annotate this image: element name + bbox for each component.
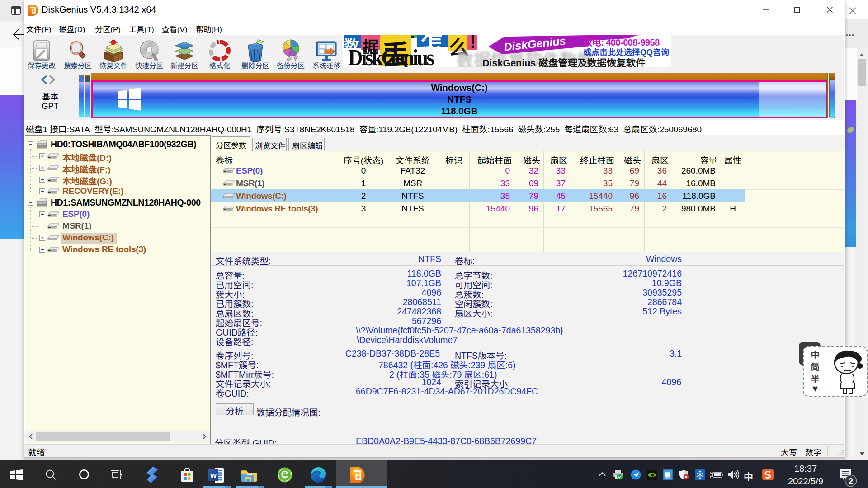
svg-text:W: W [210,472,217,479]
svg-text:2: 2 [849,476,854,486]
svg-text:intel: intel [665,476,670,479]
